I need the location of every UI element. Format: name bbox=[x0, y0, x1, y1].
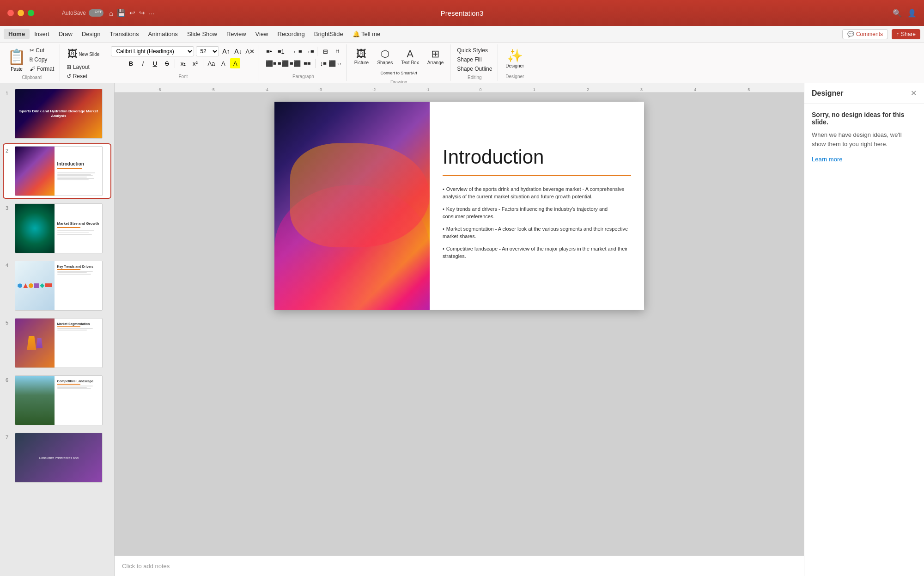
format-button[interactable]: 🖌 Format bbox=[28, 65, 56, 73]
underline-button[interactable]: U bbox=[150, 58, 160, 68]
numbering-button[interactable]: ≡1 bbox=[276, 46, 286, 56]
menu-home[interactable]: Home bbox=[4, 29, 30, 39]
comments-button[interactable]: 💬 Comments bbox=[842, 29, 888, 39]
bullets-button[interactable]: ≡• bbox=[264, 46, 274, 56]
picture-button[interactable]: 🖼 Picture bbox=[351, 46, 371, 67]
columns-button[interactable]: ⊟ bbox=[320, 46, 330, 56]
increase-size-button[interactable]: A↑ bbox=[221, 46, 231, 56]
decrease-indent-button[interactable]: ←≡ bbox=[292, 46, 302, 56]
window-controls[interactable] bbox=[7, 10, 34, 16]
layout-button[interactable]: ⊞ Layout bbox=[65, 63, 102, 71]
slide-main-title[interactable]: Introduction bbox=[443, 147, 631, 168]
font-size-selector[interactable]: 52 bbox=[196, 46, 219, 56]
font-label: Font bbox=[178, 72, 188, 79]
slide-thumbnail-3[interactable]: 3 Market Size and Growth bbox=[4, 202, 110, 255]
notes-placeholder[interactable]: Click to add notes bbox=[122, 563, 170, 570]
notes-area[interactable]: Click to add notes bbox=[115, 556, 804, 576]
separator2 bbox=[203, 59, 203, 68]
slide-thumbnail-1[interactable]: 1 Sports Drink and Hydration Beverage Ma… bbox=[4, 87, 110, 141]
superscript-button[interactable]: x² bbox=[190, 58, 200, 68]
font-color-button[interactable]: A bbox=[218, 58, 228, 68]
italic-button[interactable]: I bbox=[138, 58, 148, 68]
slide-thumbnail-6[interactable]: 6 Competitive Landscape bbox=[4, 374, 110, 427]
menu-review[interactable]: Review bbox=[222, 29, 251, 39]
menu-tell-me[interactable]: 🔔 Tell me bbox=[348, 29, 385, 39]
highlight-button[interactable]: A bbox=[230, 58, 240, 68]
slide-canvas[interactable]: Introduction Overview of the sports drin… bbox=[115, 92, 804, 556]
slide-thumbnail-2[interactable]: 2 Introduction bbox=[4, 144, 110, 198]
close-button[interactable] bbox=[7, 10, 14, 16]
designer-button[interactable]: ✨ Designer bbox=[503, 46, 527, 70]
increase-indent-button[interactable]: →≡ bbox=[304, 46, 314, 56]
menu-view[interactable]: View bbox=[251, 29, 273, 39]
slide3-content: Market Size and Growth bbox=[55, 204, 102, 253]
slide-bullet-1[interactable]: Overview of the sports drink and hydrati… bbox=[443, 185, 631, 201]
tri-shape bbox=[23, 283, 28, 288]
paragraph-upper: ≡• ≡1 ←≡ →≡ ⊟ ⌗ bbox=[264, 46, 342, 56]
designer-learn-more-link[interactable]: Learn more bbox=[812, 156, 842, 163]
arrange-button[interactable]: ⊞ Arrange bbox=[425, 46, 447, 67]
slide-thumbnail-5[interactable]: 5 Market Segmentation bbox=[4, 316, 110, 370]
decrease-size-button[interactable]: A↓ bbox=[233, 46, 243, 56]
slide-bullet-2[interactable]: Key trends and drivers - Factors influen… bbox=[443, 205, 631, 221]
new-slide-button[interactable]: 🖼 New Slide bbox=[65, 46, 102, 62]
align-center-button[interactable]: ≡⬛ bbox=[278, 58, 288, 68]
paragraph-label: Paragraph bbox=[292, 72, 314, 79]
bold-button[interactable]: B bbox=[126, 58, 136, 68]
clear-format-button[interactable]: A✕ bbox=[245, 46, 255, 56]
slide-thumbnail-4[interactable]: 4 Key Trends and Driver bbox=[4, 259, 110, 313]
menu-design[interactable]: Design bbox=[77, 29, 105, 39]
subscript-button[interactable]: x₂ bbox=[178, 58, 188, 68]
shape-fill-button[interactable]: Shape Fill bbox=[455, 55, 494, 64]
profile-icon[interactable]: 👤 bbox=[907, 9, 917, 18]
minimize-button[interactable] bbox=[18, 10, 24, 16]
share-button[interactable]: ↑ Share bbox=[892, 29, 920, 39]
convert-smartart-button[interactable]: Convert to SmartArt bbox=[378, 69, 420, 78]
shapes-button[interactable]: ⬡ Shapes bbox=[374, 46, 395, 67]
menu-insert[interactable]: Insert bbox=[30, 29, 54, 39]
menu-brightslide[interactable]: BrightSlide bbox=[310, 29, 348, 39]
slide-content-area[interactable]: Introduction Overview of the sports drin… bbox=[430, 102, 644, 310]
save-icon[interactable]: 💾 bbox=[117, 9, 126, 17]
slide-bullet-4[interactable]: Competitive landscape - An overview of t… bbox=[443, 245, 631, 260]
slide-panel[interactable]: 1 Sports Drink and Hydration Beverage Ma… bbox=[0, 83, 115, 576]
menu-draw[interactable]: Draw bbox=[54, 29, 77, 39]
slide-thumbnail-7[interactable]: 7 Consumer Preferences and bbox=[4, 431, 110, 484]
autosave-toggle[interactable] bbox=[89, 9, 103, 17]
slide6-field bbox=[15, 376, 55, 425]
line-spacing-button[interactable]: ↕≡ bbox=[318, 58, 328, 68]
slide3-l2 bbox=[57, 232, 89, 233]
redo-icon[interactable]: ↪ bbox=[139, 9, 145, 17]
smartart-button[interactable]: ⌗ bbox=[332, 46, 342, 56]
home-icon[interactable]: ⌂ bbox=[109, 9, 113, 17]
menu-slideshow[interactable]: Slide Show bbox=[182, 29, 222, 39]
slide2-content: Introduction bbox=[55, 147, 102, 196]
textbox-button[interactable]: A Text Box bbox=[398, 46, 421, 67]
search-icon[interactable]: 🔍 bbox=[893, 9, 902, 18]
menu-recording[interactable]: Recording bbox=[273, 29, 310, 39]
menu-animations[interactable]: Animations bbox=[144, 29, 182, 39]
copy-button[interactable]: ⎘ Copy bbox=[28, 55, 56, 64]
undo-icon[interactable]: ↩ bbox=[129, 9, 135, 17]
diamond-shape bbox=[40, 283, 44, 288]
text-direction-button[interactable]: ⬛↔ bbox=[330, 58, 340, 68]
change-case-button[interactable]: Aa bbox=[206, 58, 216, 68]
designer-close-button[interactable]: ✕ bbox=[911, 89, 917, 98]
justify-button[interactable]: ≡≡ bbox=[302, 58, 312, 68]
cut-button[interactable]: ✂ Cut bbox=[28, 46, 56, 55]
quick-access-toolbar[interactable]: ⌂ 💾 ↩ ↪ ··· bbox=[109, 9, 155, 17]
slide-bullet-3[interactable]: Market segmentation - A closer look at t… bbox=[443, 225, 631, 240]
align-right-button[interactable]: ≡⬛ bbox=[290, 58, 300, 68]
quick-styles-button[interactable]: Quick Styles bbox=[455, 46, 494, 55]
strikethrough-button[interactable]: S bbox=[162, 58, 172, 68]
align-left-button[interactable]: ⬛≡ bbox=[266, 58, 276, 68]
main-slide[interactable]: Introduction Overview of the sports drin… bbox=[274, 102, 644, 310]
maximize-button[interactable] bbox=[28, 10, 34, 16]
paste-button[interactable]: 📋 Paste bbox=[7, 48, 26, 72]
more-icon[interactable]: ··· bbox=[149, 9, 155, 17]
menu-transitions[interactable]: Transitions bbox=[105, 29, 143, 39]
reset-button[interactable]: ↺ Reset bbox=[65, 72, 102, 80]
slide4-content: Key Trends and Drivers bbox=[55, 261, 102, 310]
shape-outline-button[interactable]: Shape Outline bbox=[455, 65, 494, 73]
font-selector[interactable]: Calibri Light (Headings) bbox=[111, 46, 194, 56]
